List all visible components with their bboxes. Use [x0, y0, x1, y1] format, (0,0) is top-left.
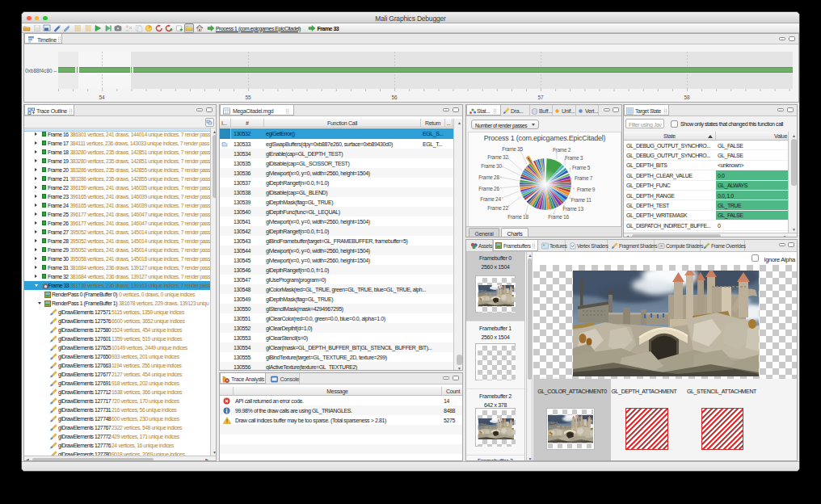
svg-text:Frame 3: Frame 3 [565, 155, 583, 161]
svg-text:Frame 26: Frame 26 [478, 186, 499, 191]
svg-text:Frame 7: Frame 7 [575, 175, 593, 181]
svg-text:Frame 18: Frame 18 [507, 214, 528, 220]
svg-text:Frame 32: Frame 32 [487, 154, 508, 160]
svg-text:Frame 13: Frame 13 [562, 206, 583, 212]
svg-text:Frame 9: Frame 9 [577, 187, 596, 192]
svg-text:Frame 11: Frame 11 [571, 197, 592, 203]
svg-text:Frame 5: Frame 5 [572, 165, 591, 170]
svg-text:Frame 30: Frame 30 [481, 163, 502, 169]
svg-text:Frame 16: Frame 16 [548, 214, 569, 220]
svg-text:Frame 35: Frame 35 [502, 146, 523, 152]
svg-text:Frame 2: Frame 2 [553, 147, 571, 153]
svg-text:Frame 28: Frame 28 [478, 174, 499, 180]
svg-text:Frame 22: Frame 22 [487, 205, 508, 211]
svg-text:Frame 24: Frame 24 [480, 196, 501, 202]
